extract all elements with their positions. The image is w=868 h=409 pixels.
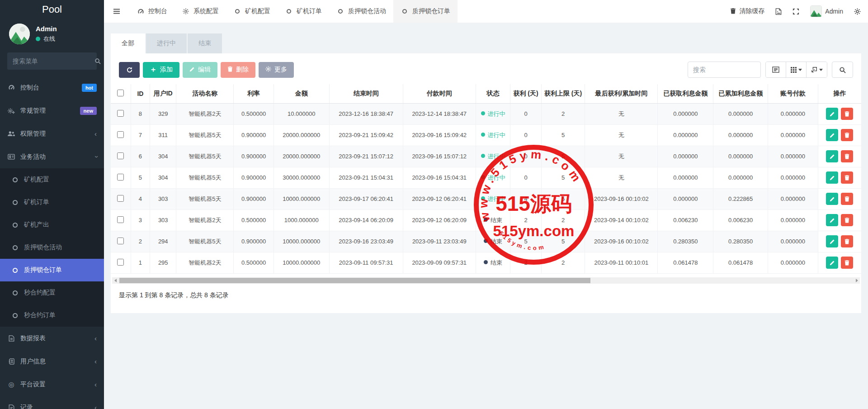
row-edit-button[interactable]: [826, 193, 838, 205]
status-cell: 结束: [476, 209, 510, 231]
sidebar-item[interactable]: 权限管理‹: [0, 122, 104, 145]
cell-last-profit-time: 无: [585, 124, 658, 146]
topnav-tab[interactable]: 质押锁仓订单: [393, 0, 458, 23]
sidebar-subitem[interactable]: 矿机配置: [0, 168, 104, 191]
cell-profit-days: 2: [510, 252, 541, 273]
cell-end-time: 2023-09-21 15:09:42: [329, 124, 403, 146]
row-edit-button[interactable]: [826, 257, 838, 269]
plus-icon: ＋: [150, 65, 157, 75]
row-edit-button[interactable]: [826, 171, 838, 184]
row-delete-button[interactable]: [841, 193, 853, 205]
search-icon: [839, 67, 846, 73]
scroll-left-arrow[interactable]: [112, 277, 118, 284]
cell-last-profit-time: 无: [585, 146, 658, 167]
scroll-right-arrow[interactable]: [854, 277, 860, 284]
sidebar-subitem[interactable]: 矿机订单: [0, 191, 104, 214]
sidebar-subitem[interactable]: 矿机产出: [0, 214, 104, 236]
fullscreen-icon[interactable]: [793, 8, 799, 15]
row-checkbox[interactable]: [117, 152, 124, 159]
row-delete-button[interactable]: [841, 150, 853, 162]
export-icon: [811, 67, 817, 73]
topnav-tab[interactable]: 系统配置: [175, 0, 226, 23]
addressbook-icon: [7, 358, 15, 365]
row-edit-button[interactable]: [826, 150, 838, 162]
row-delete-button[interactable]: [841, 129, 853, 141]
row-edit-button[interactable]: [826, 214, 838, 226]
row-checkbox[interactable]: [117, 259, 124, 266]
sidebar-subitem[interactable]: 质押锁仓活动: [0, 236, 104, 259]
sidebar-item[interactable]: ◎平台设置‹: [0, 373, 104, 396]
status-badge: 结束: [491, 217, 502, 224]
avatar[interactable]: [9, 24, 30, 44]
sidebar-item[interactable]: 常规管理new: [0, 99, 104, 122]
avatar-image: [9, 24, 30, 44]
top-navbar: 控制台系统配置矿机配置矿机订单质押锁仓活动质押锁仓订单 清除缓存: [104, 0, 868, 23]
refresh-button[interactable]: [119, 62, 140, 78]
row-delete-button[interactable]: [841, 235, 853, 247]
file-image-icon[interactable]: [775, 8, 782, 15]
sidebar-item[interactable]: 业务活动‹: [0, 145, 104, 168]
scrollbar-thumb[interactable]: [119, 278, 590, 283]
sidebar-subitem[interactable]: 秒合约配置: [0, 281, 104, 304]
detail-view-button[interactable]: [766, 62, 786, 77]
cell-amount: 10000.000000: [274, 231, 329, 252]
select-all-checkbox[interactable]: [117, 90, 124, 96]
table-header-row: ID用户ID活动名称利率金额结束时间付款时间状态获利 (天)获利上限 (天)最后…: [111, 84, 861, 103]
edit-button[interactable]: 编辑: [183, 62, 217, 78]
row-checkbox[interactable]: [117, 110, 124, 117]
row-edit-button[interactable]: [826, 108, 838, 120]
export-button[interactable]: [807, 62, 827, 77]
topnav-tab[interactable]: 质押锁仓活动: [329, 0, 393, 23]
filter-tab[interactable]: 结束: [188, 33, 222, 53]
row-checkbox[interactable]: [117, 216, 124, 223]
delete-button[interactable]: 删除: [221, 62, 255, 78]
user-panel: Admin 在线: [0, 19, 104, 50]
row-delete-button[interactable]: [841, 171, 853, 184]
settings-gears-icon[interactable]: [854, 8, 861, 15]
more-button[interactable]: 更多: [259, 62, 294, 78]
row-checkbox[interactable]: [117, 174, 124, 181]
cell-pay-time: 2023-09-12 06:20:41: [403, 188, 476, 209]
row-checkbox[interactable]: [117, 131, 124, 138]
sidebar-item[interactable]: 数据报表‹: [0, 327, 104, 350]
horizontal-scrollbar[interactable]: [112, 277, 860, 284]
row-delete-button[interactable]: [841, 214, 853, 226]
sidebar-subitem[interactable]: 秒合约订单: [0, 304, 104, 327]
table-search-input[interactable]: [688, 62, 761, 78]
row-edit-button[interactable]: [826, 235, 838, 247]
status-cell: 结束: [476, 252, 510, 273]
hamburger-icon[interactable]: [104, 0, 129, 23]
sidebar-search-input[interactable]: [13, 57, 94, 65]
sidebar-item[interactable]: 记录‹: [0, 396, 104, 409]
column-header: 获利 (天): [510, 84, 541, 103]
clear-cache-button[interactable]: 清除缓存: [730, 7, 764, 15]
add-button[interactable]: ＋ 添加: [143, 62, 179, 78]
row-delete-button[interactable]: [841, 108, 853, 120]
sidebar-item[interactable]: 控制台hot: [0, 76, 104, 99]
sidebar-item[interactable]: 用户信息‹: [0, 350, 104, 373]
row-checkbox[interactable]: [117, 238, 124, 244]
status-badge: 进行中: [488, 110, 505, 117]
filter-tab[interactable]: 全部: [111, 33, 145, 53]
user-menu[interactable]: Admin: [810, 5, 843, 17]
topnav-tab[interactable]: 矿机配置: [226, 0, 278, 23]
row-delete-button[interactable]: [841, 257, 853, 269]
topnav-tab[interactable]: 控制台: [129, 0, 175, 23]
topnav-right: 清除缓存 Admin: [730, 0, 868, 23]
sidebar-subitem[interactable]: 质押锁仓订单: [0, 259, 104, 281]
report-icon: [7, 335, 15, 342]
cell-pay-time: 2023-09-11 23:03:49: [403, 231, 476, 252]
column-header: 最后获利/累加时间: [585, 84, 658, 103]
row-checkbox[interactable]: [117, 195, 124, 202]
filter-tab[interactable]: 进行中: [146, 33, 187, 53]
advanced-search-button[interactable]: [832, 62, 853, 78]
status-badge: 进行中: [488, 132, 505, 138]
checkbox-cell: [111, 146, 131, 167]
actions-cell: [818, 231, 861, 252]
topnav-tab[interactable]: 矿机订单: [278, 0, 329, 23]
columns-button[interactable]: [786, 62, 807, 77]
status-badge: 进行中: [488, 153, 505, 160]
search-icon[interactable]: [94, 58, 101, 64]
cell-id: 1: [131, 252, 150, 273]
row-edit-button[interactable]: [826, 129, 838, 141]
